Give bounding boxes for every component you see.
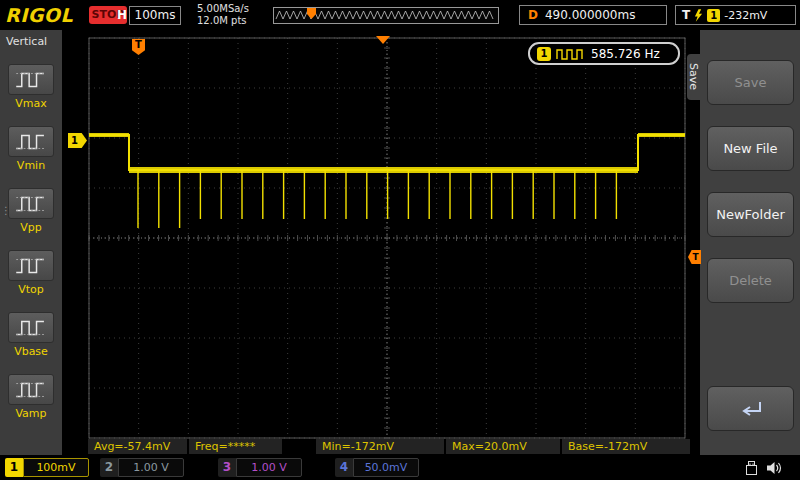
menu-item-label: Vbase — [14, 345, 48, 358]
counter-channel-badge: 1 — [537, 47, 551, 61]
vmin-icon — [8, 126, 54, 157]
new-folder-button[interactable]: NewFolder — [707, 192, 794, 237]
counter-value: 585.726 Hz — [591, 47, 660, 61]
menu-item-vmax[interactable]: Vmax — [0, 64, 62, 110]
speaker-icon — [766, 460, 784, 479]
trigger-label: T — [682, 8, 690, 22]
menu-item-vtop[interactable]: Vtop — [0, 250, 62, 296]
top-bar: RIGOL STOP H 100ms 5.00MSa/s 12.0M pts D… — [0, 0, 800, 30]
memory-depth: 12.0M pts — [197, 15, 249, 27]
frequency-counter: 1 585.726 Hz — [528, 42, 680, 65]
delay-value: 490.000000ms — [545, 8, 635, 22]
waveform-display: 1 585.726 Hz 1 T Avg=-57.4mV Freq=***** … — [62, 30, 700, 455]
horizontal-delay: D 490.000000ms — [519, 5, 667, 25]
menu-item-label: Vtop — [18, 283, 44, 296]
measurement-freq: Freq=***** — [189, 439, 282, 454]
trigger-edge-icon — [694, 9, 703, 22]
menu-item-vmin[interactable]: Vmin — [0, 126, 62, 172]
oscilloscope-screen: RIGOL STOP H 100ms 5.00MSa/s 12.0M pts D… — [0, 0, 800, 480]
channel1-scale: 100mV — [23, 458, 89, 477]
timebase-value[interactable]: 100ms — [129, 6, 181, 25]
horizontal-label: H — [117, 8, 127, 22]
usb-icon — [744, 459, 759, 480]
menu-item-label: Vmax — [15, 97, 47, 110]
channel4-scale: 50.0mV — [353, 458, 419, 477]
measurement-min: Min=-172mV — [316, 439, 444, 454]
vtop-icon — [8, 250, 54, 281]
graticule — [88, 37, 686, 439]
vertical-measure-menu: Vertical Vmax Vmin Vpp Vtop Vbase Vamp ⋮ — [0, 30, 62, 455]
menu-item-label: Vmin — [17, 159, 45, 172]
channel3-scale: 1.00 V — [236, 458, 302, 477]
channel4-status[interactable]: 4 50.0mV — [335, 458, 419, 477]
vbase-icon — [8, 312, 54, 343]
channel2-badge: 2 — [100, 458, 118, 477]
channel1-position-marker[interactable]: 1 — [68, 133, 87, 148]
channel2-scale: 1.00 V — [118, 458, 184, 477]
save-menu: Save Save New File NewFolder Delete — [700, 30, 800, 455]
menu-tab: Save — [687, 54, 700, 100]
menu-scroll-indicator: ⋮ — [1, 205, 11, 216]
vamp-icon — [8, 374, 54, 405]
channel-status-bar: 1 100mV 2 1.00 V 3 1.00 V 4 50.0mV — [0, 455, 800, 480]
menu-title: Vertical — [0, 30, 62, 48]
trigger-info: T 1 -232mV — [675, 5, 796, 25]
delete-button[interactable]: Delete — [707, 258, 794, 303]
acquisition-info: 5.00MSa/s 12.0M pts — [197, 3, 249, 27]
delay-label: D — [528, 8, 538, 22]
menu-item-label: Vpp — [20, 221, 42, 234]
channel1-status[interactable]: 1 100mV — [5, 458, 89, 477]
vpp-icon — [8, 188, 54, 219]
new-file-button[interactable]: New File — [707, 126, 794, 171]
channel3-status[interactable]: 3 1.00 V — [218, 458, 302, 477]
measurement-avg: Avg=-57.4mV — [88, 439, 187, 454]
channel1-badge: 1 — [5, 458, 23, 477]
channel2-status[interactable]: 2 1.00 V — [100, 458, 184, 477]
channel3-badge: 3 — [218, 458, 236, 477]
back-button[interactable] — [707, 386, 794, 431]
measurement-base: Base=-172mV — [562, 439, 690, 454]
menu-item-label: Vamp — [15, 407, 46, 420]
menu-item-vamp[interactable]: Vamp — [0, 374, 62, 420]
channel4-badge: 4 — [335, 458, 353, 477]
vmax-icon — [8, 64, 54, 95]
measurement-max: Max=20.0mV — [446, 439, 560, 454]
delay-position-marker[interactable] — [376, 36, 390, 44]
pulse-train-icon — [556, 48, 586, 60]
memory-position-bar[interactable] — [273, 7, 499, 24]
save-button[interactable]: Save — [707, 60, 794, 105]
menu-item-vbase[interactable]: Vbase — [0, 312, 62, 358]
trigger-source-badge: 1 — [707, 9, 720, 22]
return-arrow-icon — [737, 399, 765, 419]
sample-rate: 5.00MSa/s — [197, 3, 249, 15]
trigger-level-value: -232mV — [724, 9, 767, 22]
rigol-logo: RIGOL — [5, 4, 73, 26]
